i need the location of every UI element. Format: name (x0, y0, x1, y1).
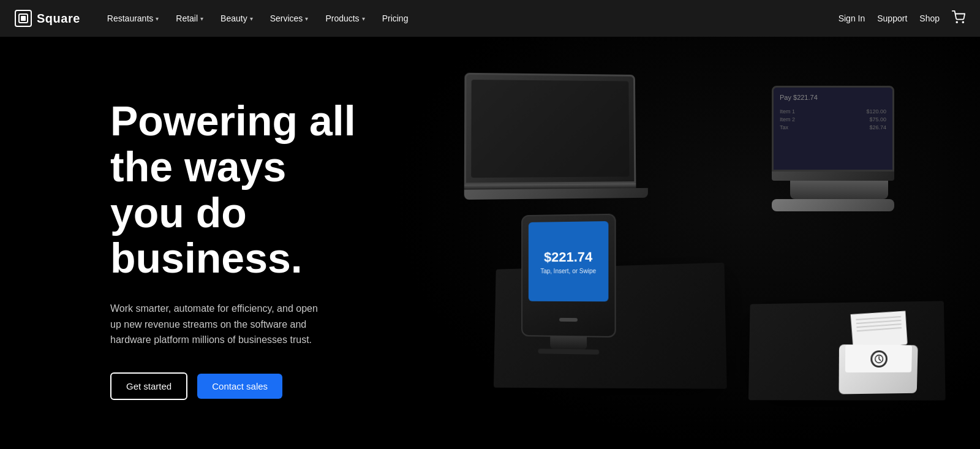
terminal-body: $221.74 Tap, Insert, or Swipe (521, 214, 616, 338)
svg-rect-1 (21, 16, 26, 21)
svg-point-3 (962, 21, 963, 23)
get-started-button[interactable]: Get started (110, 372, 187, 400)
terminal-bottom (522, 308, 614, 333)
svg-point-2 (956, 21, 957, 23)
hero-visual: $221.74 Tap, Insert, or Swipe Pay $221.7… (429, 37, 980, 449)
receipt-clock-icon (870, 350, 888, 367)
terminal-screen: $221.74 Tap, Insert, or Swipe (529, 221, 609, 301)
device-pos-large: Pay $221.74 Item 1$120.00 Item 2$75.00 T… (772, 86, 907, 211)
pos-screen-lines: Item 1$120.00 Item 2$75.00 Tax$26.74 (780, 108, 886, 130)
pos-large-screen: Pay $221.74 Item 1$120.00 Item 2$75.00 T… (772, 86, 894, 172)
chevron-down-icon: ▾ (200, 15, 203, 22)
nav-links: Restaurants ▾ Retail ▾ Beauty ▾ Services… (100, 9, 839, 28)
laptop-screen (464, 73, 636, 185)
receipt-body (839, 344, 918, 394)
nav-services[interactable]: Services ▾ (263, 9, 316, 28)
nav-retail[interactable]: Retail ▾ (168, 9, 211, 28)
logo-icon (15, 10, 32, 27)
device-laptop (464, 73, 648, 200)
terminal-base (538, 349, 599, 355)
receipt-paper (851, 311, 908, 349)
logo-text: Square (37, 12, 80, 26)
nav-right: Sign In Support Shop (839, 10, 965, 26)
terminal-instruction: Tap, Insert, or Swipe (540, 267, 596, 274)
hero-buttons: Get started Contact sales (110, 372, 368, 400)
logo-link[interactable]: Square (15, 10, 80, 27)
nav-pricing[interactable]: Pricing (375, 9, 416, 28)
nav-products[interactable]: Products ▾ (318, 9, 372, 28)
navbar: Square Restaurants ▾ Retail ▾ Beauty ▾ S… (0, 0, 980, 37)
hero-content: Powering all the ways you do business. W… (0, 37, 368, 437)
chevron-down-icon: ▾ (250, 15, 253, 22)
cart-icon (952, 10, 965, 24)
terminal-stand (550, 337, 587, 350)
terminal-home-button (559, 318, 578, 322)
device-receipt (839, 337, 918, 394)
chevron-down-icon: ▾ (362, 15, 365, 22)
pos-screen-label: Pay $221.74 (780, 94, 886, 101)
support-link[interactable]: Support (877, 13, 907, 23)
receipt-screen (845, 344, 912, 372)
pos-large-base (772, 172, 894, 181)
contact-sales-button[interactable]: Contact sales (197, 374, 282, 399)
nav-beauty[interactable]: Beauty ▾ (213, 9, 260, 28)
shop-link[interactable]: Shop (919, 13, 940, 23)
nav-restaurants[interactable]: Restaurants ▾ (100, 9, 166, 28)
device-terminal: $221.74 Tap, Insert, or Swipe (521, 214, 616, 355)
terminal-amount: $221.74 (544, 249, 592, 265)
chevron-down-icon: ▾ (305, 15, 308, 22)
hero-subtitle: Work smarter, automate for efficiency, a… (110, 301, 318, 348)
pos-large-foot (772, 199, 894, 211)
pos-large-stand (790, 181, 888, 199)
sign-in-link[interactable]: Sign In (839, 13, 865, 23)
chevron-down-icon: ▾ (156, 15, 159, 22)
hero-section: Powering all the ways you do business. W… (0, 37, 980, 449)
hero-title: Powering all the ways you do business. (110, 98, 368, 281)
device-scene: $221.74 Tap, Insert, or Swipe Pay $221.7… (429, 37, 980, 449)
cart-button[interactable] (952, 10, 965, 26)
